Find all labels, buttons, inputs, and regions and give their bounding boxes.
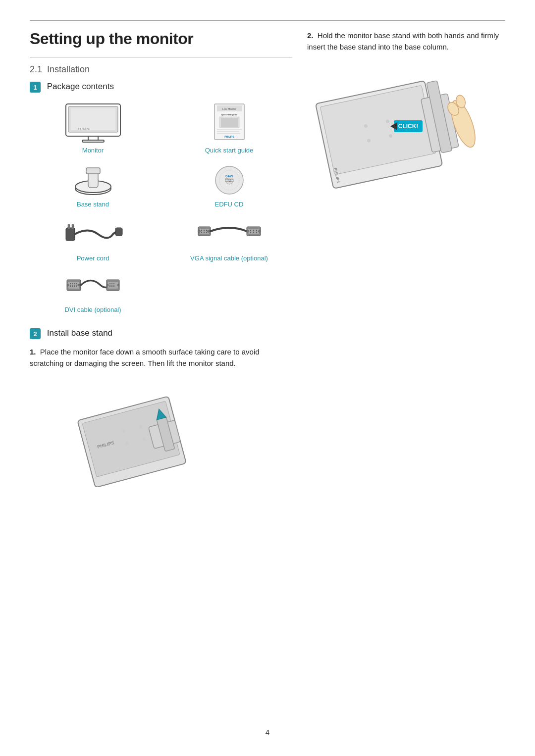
package-contents-heading: 1 Package contents <box>30 82 292 93</box>
package-item-power-cord: Power cord <box>30 217 156 262</box>
svg-point-38 <box>206 232 207 233</box>
power-cord-label: Power cord <box>77 254 109 262</box>
svg-point-79 <box>117 284 119 286</box>
dvi-label: DVI cable (optional) <box>64 306 121 313</box>
svg-point-54 <box>72 283 73 284</box>
svg-point-69 <box>109 283 110 284</box>
svg-text:PHILIPS: PHILIPS <box>78 127 90 130</box>
svg-text:Quick start guide: Quick start guide <box>221 113 237 116</box>
svg-point-53 <box>70 283 71 284</box>
vga-cable-icon <box>197 217 262 252</box>
package-grid: PHILIPS Monitor LCD Monitor Quick start … <box>30 101 292 317</box>
svg-text:User Manual: User Manual <box>225 181 233 183</box>
section-title: Setting up the monitor <box>30 30 292 48</box>
svg-rect-3 <box>82 140 104 142</box>
svg-point-71 <box>113 283 114 284</box>
svg-point-58 <box>72 285 73 286</box>
svg-point-33 <box>201 230 202 231</box>
svg-point-49 <box>246 230 249 233</box>
svg-point-44 <box>253 230 254 231</box>
svg-point-76 <box>111 286 112 287</box>
step1-monitor-svg: PHILIPS <box>59 378 188 487</box>
svg-point-45 <box>256 230 257 231</box>
package-item-guide: LCD Monitor Quick start guide PHILIPS <box>166 101 292 154</box>
left-column: Setting up the monitor 2.1 Installation … <box>30 30 292 489</box>
svg-point-43 <box>250 230 251 231</box>
step2-text: 2. Hold the monitor base stand with both… <box>307 30 505 53</box>
svg-rect-42 <box>248 229 259 234</box>
svg-point-48 <box>256 232 257 233</box>
svg-rect-27 <box>66 228 75 241</box>
right-column: 2. Hold the monitor base stand with both… <box>292 30 505 489</box>
power-cord-icon <box>63 217 123 252</box>
top-rule <box>30 20 505 21</box>
install-heading: 2 Install base stand <box>30 328 292 339</box>
svg-text:PHILIPS: PHILIPS <box>225 175 233 177</box>
svg-rect-11 <box>221 118 238 127</box>
step1-illustration: PHILIPS <box>59 378 292 489</box>
vga-label: VGA signal cable (optional) <box>190 254 268 262</box>
svg-point-56 <box>76 283 77 284</box>
cd-icon: PHILIPS LCD monitor User Manual <box>205 163 254 198</box>
svg-point-36 <box>201 232 202 233</box>
step2-illustration: PHILIPS CLICK! <box>307 67 505 227</box>
svg-rect-4 <box>71 108 115 130</box>
quick-start-guide-icon: LCD Monitor Quick start guide PHILIPS <box>205 101 254 144</box>
svg-rect-28 <box>68 224 70 229</box>
svg-text:LCD Monitor: LCD Monitor <box>222 107 236 110</box>
svg-point-47 <box>253 232 254 233</box>
svg-point-62 <box>72 286 73 287</box>
svg-point-61 <box>70 286 71 287</box>
package-item-dvi: DVI cable (optional) <box>30 271 156 313</box>
monitor-label: Monitor <box>82 147 104 154</box>
package-item-cd: PHILIPS LCD monitor User Manual EDFU CD <box>166 163 292 208</box>
svg-point-64 <box>76 286 77 287</box>
install-base-stand-section: 2 Install base stand 1. Place the monito… <box>30 328 292 489</box>
svg-rect-30 <box>115 228 122 236</box>
svg-point-34 <box>203 230 204 231</box>
package-item-monitor: PHILIPS Monitor <box>30 101 156 154</box>
svg-point-40 <box>207 230 210 233</box>
svg-point-39 <box>198 230 200 233</box>
package-item-base-stand: Base stand <box>30 163 156 208</box>
svg-point-78 <box>107 284 108 286</box>
svg-point-70 <box>111 283 112 284</box>
svg-point-74 <box>113 285 114 286</box>
svg-rect-29 <box>72 224 74 229</box>
svg-point-72 <box>109 285 110 286</box>
subsection-title: 2.1 Installation <box>30 64 292 75</box>
svg-point-55 <box>74 283 75 284</box>
page-number: 4 <box>266 728 269 736</box>
svg-rect-19 <box>86 168 100 174</box>
svg-point-63 <box>74 286 75 287</box>
svg-point-35 <box>206 230 207 231</box>
section-rule <box>30 57 292 57</box>
cd-label: EDFU CD <box>215 201 244 208</box>
svg-point-60 <box>76 285 77 286</box>
install-badge: 2 <box>30 328 41 339</box>
package-badge: 1 <box>30 82 41 93</box>
svg-point-65 <box>67 284 69 286</box>
svg-point-46 <box>250 232 251 233</box>
svg-point-59 <box>74 285 75 286</box>
svg-point-50 <box>258 230 261 233</box>
guide-label: Quick start guide <box>205 147 254 154</box>
svg-point-37 <box>203 232 204 233</box>
dvi-cable-icon <box>66 271 120 303</box>
svg-text:LCD monitor: LCD monitor <box>225 178 233 180</box>
base-stand-label: Base stand <box>77 201 109 208</box>
svg-point-75 <box>109 286 110 287</box>
svg-point-73 <box>111 285 112 286</box>
svg-text:PHILIPS: PHILIPS <box>224 135 234 138</box>
step1-text: 1. Place the monitor face down a smooth … <box>30 346 292 369</box>
base-stand-icon <box>68 163 118 198</box>
svg-text:CLICK!: CLICK! <box>398 123 419 130</box>
package-item-vga: VGA signal cable (optional) <box>166 217 292 262</box>
step2-monitor-svg: PHILIPS CLICK! <box>307 67 485 225</box>
svg-point-77 <box>113 286 114 287</box>
svg-point-57 <box>70 285 71 286</box>
monitor-icon: PHILIPS <box>63 101 123 144</box>
svg-point-66 <box>78 284 80 286</box>
svg-rect-2 <box>88 136 98 140</box>
